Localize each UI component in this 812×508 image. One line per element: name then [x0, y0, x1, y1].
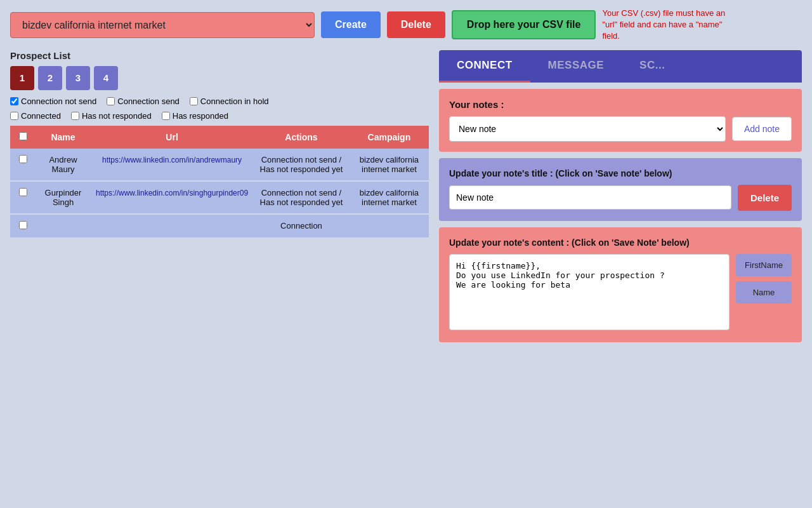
filter-connection-in-hold[interactable]: Connection in hold — [190, 97, 269, 106]
add-note-button[interactable]: Add note — [732, 117, 792, 141]
filter-has-not-responded[interactable]: Has not responded — [71, 111, 152, 121]
filter-row-2: Connected Has not responded Has responde… — [10, 111, 429, 121]
link-url-1[interactable]: https://www.linkedin.com/in/andrewmaury — [102, 156, 242, 164]
tabs-row: CONNECT MESSAGE SC... — [439, 50, 802, 83]
csv-hint-text: Your CSV (.csv) file must have an "url" … — [602, 8, 729, 43]
name-variable-button[interactable]: Name — [736, 281, 792, 304]
cell-campaign-3 — [350, 214, 429, 238]
cell-url-2[interactable]: https://www.linkedin.com/in/singhgurpind… — [91, 181, 253, 214]
page-tab-2[interactable]: 2 — [38, 66, 62, 90]
table-header: Name Url Actions Campaign — [10, 126, 429, 149]
page-tab-1[interactable]: 1 — [10, 66, 34, 90]
note-title-section: Update your note's title : (Click on 'Sa… — [439, 158, 802, 221]
select-all-checkbox[interactable] — [19, 132, 27, 140]
checkbox-connection-send[interactable] — [107, 97, 115, 105]
notes-section: Your notes : New note Add note — [439, 89, 802, 152]
table-row: Andrew Maury https://www.linkedin.com/in… — [10, 149, 429, 181]
col-campaign: Campaign — [350, 126, 429, 149]
checkbox-connection-in-hold[interactable] — [190, 97, 198, 105]
table-row: Connection — [10, 214, 429, 238]
tab-message[interactable]: MESSAGE — [530, 50, 622, 83]
filter-connected[interactable]: Connected — [10, 111, 61, 121]
cell-name-3 — [36, 214, 91, 238]
filter-has-responded[interactable]: Has responded — [162, 111, 228, 121]
cell-actions-1: Connection not send / Has not responded … — [253, 149, 350, 181]
main-content: Prospect List 1 2 3 4 Connection not sen… — [0, 50, 812, 342]
top-bar: bizdev california internet market Create… — [0, 0, 812, 50]
page-tab-3[interactable]: 3 — [66, 66, 90, 90]
row-checkbox-1[interactable] — [19, 155, 27, 163]
notes-row: New note Add note — [449, 116, 792, 142]
col-url: Url — [91, 126, 253, 149]
right-panel: CONNECT MESSAGE SC... Your notes : New n… — [439, 50, 802, 342]
cell-actions-3: Connection — [253, 214, 350, 238]
notes-label: Your notes : — [449, 99, 792, 110]
note-content-row: FirstName Name — [449, 254, 792, 332]
variable-buttons: FirstName Name — [736, 254, 792, 332]
delete-note-button[interactable]: Delete — [738, 185, 792, 211]
cell-name-1: Andrew Maury — [36, 149, 91, 181]
tab-schedule[interactable]: SC... — [622, 50, 683, 83]
note-content-textarea[interactable] — [449, 254, 730, 330]
cell-actions-2: Connection not send / Has not responded … — [253, 181, 350, 214]
col-name: Name — [36, 126, 91, 149]
filter-connection-send[interactable]: Connection send — [107, 97, 180, 106]
table-row: Gurpinder Singh https://www.linkedin.com… — [10, 181, 429, 214]
row-checkbox-3[interactable] — [19, 221, 27, 229]
filter-connection-not-send[interactable]: Connection not send — [10, 97, 96, 106]
note-content-label: Update your note's content : (Click on '… — [449, 237, 792, 248]
firstname-variable-button[interactable]: FirstName — [736, 254, 792, 276]
cell-campaign-1: bizdev california internet market — [350, 149, 429, 181]
csv-drop-button[interactable]: Drop here your CSV file — [452, 10, 596, 39]
left-panel: Prospect List 1 2 3 4 Connection not sen… — [10, 50, 429, 342]
link-url-2[interactable]: https://www.linkedin.com/in/singhgurpind… — [96, 189, 248, 197]
campaign-select[interactable]: bizdev california internet market — [10, 12, 315, 38]
col-actions: Actions — [253, 126, 350, 149]
cell-url-1[interactable]: https://www.linkedin.com/in/andrewmaury — [91, 149, 253, 181]
create-button[interactable]: Create — [321, 11, 381, 38]
cell-campaign-2: bizdev california internet market — [350, 181, 429, 214]
checkbox-has-responded[interactable] — [162, 112, 170, 120]
prospect-table: Name Url Actions Campaign Andrew Maury h… — [10, 126, 429, 239]
note-textarea-wrapper — [449, 254, 730, 332]
note-title-input[interactable] — [449, 185, 731, 210]
note-select[interactable]: New note — [449, 116, 726, 142]
filter-row: Connection not send Connection send Conn… — [10, 97, 429, 106]
note-title-row: Delete — [449, 185, 792, 211]
note-content-section: Update your note's content : (Click on '… — [439, 227, 802, 342]
row-checkbox-2[interactable] — [19, 188, 27, 196]
tab-connect[interactable]: CONNECT — [439, 50, 530, 83]
checkbox-connection-not-send[interactable] — [10, 97, 18, 105]
checkbox-connected[interactable] — [10, 112, 18, 120]
page-tab-4[interactable]: 4 — [94, 66, 118, 90]
prospect-list-label: Prospect List — [10, 50, 429, 61]
table-body: Andrew Maury https://www.linkedin.com/in… — [10, 149, 429, 238]
note-title-label: Update your note's title : (Click on 'Sa… — [449, 168, 792, 178]
checkbox-has-not-responded[interactable] — [71, 112, 79, 120]
cell-url-3 — [91, 214, 253, 238]
cell-name-2: Gurpinder Singh — [36, 181, 91, 214]
delete-top-button[interactable]: Delete — [387, 11, 445, 38]
page-tabs: 1 2 3 4 — [10, 66, 429, 90]
